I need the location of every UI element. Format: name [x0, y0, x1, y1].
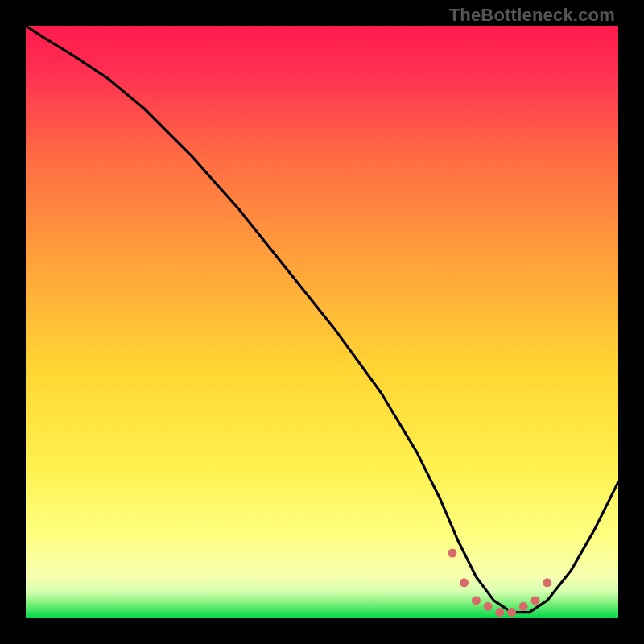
- gradient-background: [26, 26, 618, 618]
- highlight-dot: [531, 596, 540, 605]
- highlight-dot: [507, 608, 516, 617]
- highlight-dot: [448, 549, 456, 558]
- highlight-dot: [472, 596, 481, 605]
- highlight-dot: [460, 578, 469, 587]
- highlight-dot: [495, 608, 504, 617]
- highlight-dot: [484, 602, 493, 611]
- watermark-label: TheBottleneck.com: [449, 5, 615, 26]
- bottleneck-chart: [26, 26, 618, 618]
- chart-frame: [26, 26, 618, 618]
- highlight-dot: [543, 578, 551, 587]
- highlight-dot: [519, 602, 528, 611]
